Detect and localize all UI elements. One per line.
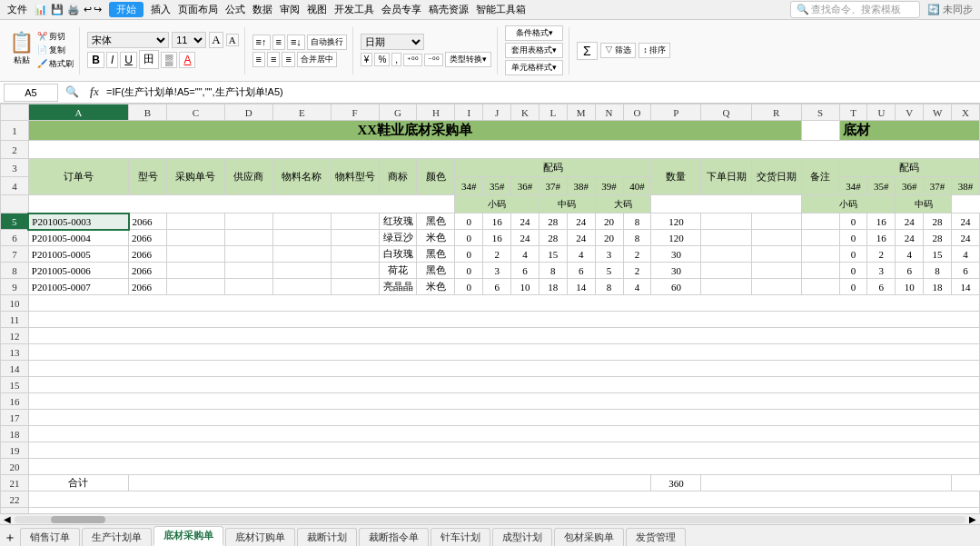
col-header-O[interactable]: O [623,104,651,121]
dev-tab[interactable]: 开发工具 [334,3,374,16]
table-style-button[interactable]: 套用表格式▾ [505,43,563,58]
cell-n8[interactable]: 5 [595,263,623,279]
cell-c5[interactable] [166,213,224,230]
cell-d6[interactable] [224,230,272,246]
wrap-text-button[interactable]: 自动换行 [307,35,347,50]
cell-f8[interactable] [331,263,379,279]
cell-a2[interactable] [28,141,979,159]
formula-tab[interactable]: 公式 [225,3,245,16]
cell-f6[interactable] [331,230,379,246]
row-header-5[interactable]: 5 [1,213,29,230]
cell-k5[interactable]: 24 [511,213,539,230]
dec-increase-button[interactable]: ⁺⁰⁰ [403,54,422,66]
label-xiaocode2[interactable]: 小码 [801,195,896,213]
cell-h6[interactable]: 米色 [417,230,455,246]
title-cell[interactable]: XX鞋业底材采购单 [28,121,801,141]
paste-button[interactable]: 📋 粘贴 [9,31,34,70]
cell-q5[interactable] [701,213,751,230]
row-header-15[interactable]: 15 [1,377,29,393]
cell-o7[interactable]: 2 [623,246,651,263]
cell-total-empty[interactable] [129,475,651,491]
cell-v6[interactable]: 24 [896,230,924,246]
cell-g7[interactable]: 白玫瑰 [379,246,417,263]
col-header-N[interactable]: N [595,104,623,121]
col-header-D[interactable]: D [224,104,272,121]
cell-w8[interactable]: 8 [924,263,952,279]
cell-t5[interactable]: 0 [839,213,867,230]
scroll-thumb[interactable] [51,516,105,523]
col-header-S[interactable]: S [801,104,839,121]
header-remark[interactable]: 备注 [801,159,839,195]
row-header-19[interactable]: 19 [1,442,29,459]
cell-q6[interactable] [701,230,751,246]
cell-d7[interactable] [224,246,272,263]
template-tab[interactable]: 稿壳资源 [429,3,469,16]
cell-c9[interactable] [166,279,224,295]
col-header-H[interactable]: H [417,104,455,121]
cell-o5[interactable]: 8 [623,213,651,230]
cell-h7[interactable]: 黑色 [417,246,455,263]
sheet-tab-cut-plan[interactable]: 裁断计划 [297,528,357,546]
row-header-18[interactable]: 18 [1,426,29,442]
header-order-date[interactable]: 下单日期 [701,159,751,195]
row-header-4[interactable]: 4 [1,177,29,195]
cell-u7[interactable]: 2 [867,246,896,263]
col-header-L[interactable]: L [539,104,567,121]
cell-u5[interactable]: 16 [867,213,896,230]
col-header-T[interactable]: T [839,104,867,121]
cell-m6[interactable]: 24 [567,230,595,246]
header-order[interactable]: 订单号 [28,159,128,195]
member-tab[interactable]: 会员专享 [381,3,421,16]
cell-o8[interactable]: 2 [623,263,651,279]
sub-37b[interactable]: 37# [924,177,952,195]
align-center-button[interactable]: ≡ [267,52,280,67]
align-right-button[interactable]: ≡ [282,52,294,67]
cell-total-label[interactable]: 合计 [28,475,128,491]
start-button[interactable]: 开始 [109,2,144,17]
col-header-U[interactable]: U [867,104,896,121]
cell-w6[interactable]: 28 [924,230,952,246]
cell-l6[interactable]: 28 [539,230,567,246]
fill-color-button[interactable]: ▒ [161,52,178,68]
cell-u9[interactable]: 6 [867,279,896,295]
font-name-selector[interactable]: 宋体 [87,32,169,48]
align-top-button[interactable]: ≡↑ [252,35,271,50]
cell-w9[interactable]: 18 [924,279,952,295]
dec-decrease-button[interactable]: ⁻⁰⁰ [424,54,443,66]
row-header-3[interactable]: 3 [1,159,29,177]
undo-btn[interactable]: ↩ [84,4,92,15]
comma-button[interactable]: , [391,53,401,66]
search-box[interactable]: 🔍 查找命令、搜索模板 [790,1,921,18]
cell-n5[interactable]: 20 [595,213,623,230]
cell-x8[interactable]: 6 [952,263,980,279]
sheet-tab-material-purchase[interactable]: 底材采购单 [153,526,223,546]
cell-i7[interactable]: 0 [455,246,483,263]
cell-m9[interactable]: 14 [567,279,595,295]
sheet-tab-cut-directive[interactable]: 裁断指令单 [359,528,429,546]
sheet-tab-molding-plan[interactable]: 成型计划 [492,528,552,546]
align-bottom-button[interactable]: ≡↓ [287,35,305,50]
col-header-V[interactable]: V [896,104,924,121]
row-header-16[interactable]: 16 [1,393,29,410]
align-middle-button[interactable]: ≡ [272,35,285,50]
row-header-10[interactable]: 10 [1,295,29,312]
row-header-8[interactable]: 8 [1,263,29,279]
header-po[interactable]: 采购单号 [166,159,224,195]
cell-q9[interactable] [701,279,751,295]
row-header-22[interactable]: 22 [1,491,29,508]
cell-g8[interactable]: 荷花 [379,263,417,279]
percent-button[interactable]: % [374,53,390,66]
cell-empty-4b[interactable] [28,195,455,213]
header-model[interactable]: 型号 [129,159,167,195]
sum-button[interactable]: Σ [577,42,598,60]
cell-e6[interactable] [272,230,331,246]
cell-x6[interactable]: 24 [952,230,980,246]
col-header-M[interactable]: M [567,104,595,121]
col-header-P[interactable]: P [651,104,701,121]
redo-btn[interactable]: ↪ [94,4,102,15]
col-header-W[interactable]: W [924,104,952,121]
cell-o6[interactable]: 8 [623,230,651,246]
col-header-B[interactable]: B [129,104,167,121]
bold-button[interactable]: B [87,52,104,68]
cell-j6[interactable]: 16 [483,230,511,246]
